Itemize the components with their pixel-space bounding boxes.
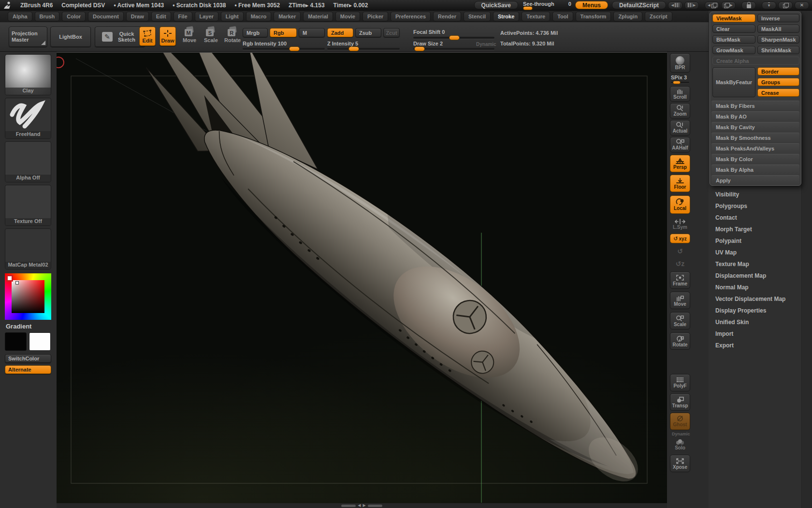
z-intensity-slider[interactable] [327,48,400,50]
move-gyro-button[interactable]: M Move [183,28,196,43]
spix-slider[interactable] [671,82,689,83]
sv-square[interactable] [12,280,44,313]
mask-by-feature-button[interactable]: MaskByFeatur [712,67,755,97]
section-vector-displacement-map[interactable]: Vector Displacement Map [715,296,785,302]
menu-stencil[interactable]: Stencil [464,12,491,21]
section-texture-map[interactable]: Texture Map [715,261,749,268]
menu-zscript[interactable]: Zscript [645,12,672,21]
next-document-icon[interactable]: ▶ [721,1,736,9]
menu-stroke[interactable]: Stroke [493,12,519,21]
xyz-button[interactable]: ↺ xyz [670,234,690,243]
lightbox-button[interactable]: LightBox [50,27,91,47]
inverse-button[interactable]: Inverse [757,14,799,22]
mask-by-alpha-button[interactable]: Mask By Alpha [711,164,799,174]
frame-button[interactable]: Frame [670,271,690,289]
canvas-scrollbar[interactable]: ◀ ▶ [57,503,667,508]
minimize-icon[interactable]: ▾ [762,1,776,9]
menu-material[interactable]: Material [303,12,333,21]
solo-button[interactable]: Solo [670,437,690,452]
zcut-button[interactable]: Zcut [383,28,400,37]
groups-button[interactable]: Groups [757,78,799,86]
focal-shift-handle[interactable] [449,35,460,40]
move-button[interactable]: Move [670,292,690,309]
menu-macro[interactable]: Macro [246,12,271,21]
spin-icon[interactable]: ↺ [670,245,690,257]
document-canvas[interactable] [57,52,667,503]
section-contact[interactable]: Contact [715,214,737,221]
left-tray-toggle-icon[interactable]: ◀ [668,1,682,9]
scale-button[interactable]: Scale [670,312,690,329]
projection-master-button[interactable]: Projection Master [9,27,47,47]
scroll-right-icon[interactable]: ▶ [363,504,366,508]
menu-document[interactable]: Document [88,12,124,21]
scroll-left-icon[interactable]: ◀ [358,504,361,508]
menu-color[interactable]: Color [62,12,86,21]
menu-draw[interactable]: Draw [126,12,149,21]
quick-sketch-button[interactable]: ✎ Quick Sketch [95,27,145,47]
mask-by-fibers-button[interactable]: Mask By Fibers [711,101,799,110]
menu-zplugin[interactable]: Zplugin [613,12,642,21]
section-uv-map[interactable]: UV Map [715,249,737,256]
sharpenmask-button[interactable]: SharpenMask [757,35,799,44]
close-icon[interactable]: ✕ [795,1,809,9]
scrollbar-thumb-right[interactable] [368,505,382,507]
mask-by-color-button[interactable]: Mask By Color [711,154,799,164]
menu-edit[interactable]: Edit [151,12,171,21]
mask-by-smoothness-button[interactable]: Mask By Smoothness [711,133,799,142]
draw-size-slider[interactable] [413,48,494,50]
current-material-thumbnail[interactable]: MatCap Metal02 [5,228,51,269]
section-polypaint[interactable]: Polypaint [715,238,741,244]
growmask-button[interactable]: GrowMask [712,46,755,54]
alternate-button[interactable]: Alternate [5,365,51,374]
quicksave-button[interactable]: QuickSave [474,1,518,9]
lock-icon[interactable] [741,1,756,9]
rgb-button[interactable]: Rgb [270,28,297,37]
restore-icon[interactable] [778,1,793,9]
xpose-button[interactable]: Xpose [670,455,690,472]
persp-button[interactable]: Persp [670,155,690,172]
lsym-button[interactable]: L.Sym [670,217,690,231]
section-displacement-map[interactable]: Displacement Map [715,272,766,279]
mask-by-cavity-button[interactable]: Mask By Cavity [711,122,799,132]
scrollbar-thumb-left[interactable] [341,505,356,507]
section-unified-skin[interactable]: Unified Skin [715,319,749,326]
bpr-button[interactable]: BPR [670,53,690,73]
m-button[interactable]: M [299,28,325,37]
menus-button[interactable]: Menus [575,1,608,9]
current-brush-thumbnail[interactable]: Clay [5,54,51,95]
zadd-button[interactable]: Zadd [327,28,353,37]
viewmask-button[interactable]: ViewMask [712,14,755,22]
sculpt-model[interactable] [91,53,667,504]
menu-picker[interactable]: Picker [362,12,388,21]
section-normal-map[interactable]: Normal Map [715,284,749,291]
clear-button[interactable]: Clear [712,25,755,33]
rotate-button[interactable]: Rotate [670,332,690,350]
see-through-handle[interactable] [523,6,533,10]
gradient-label[interactable]: Gradient [6,323,31,330]
menu-brush[interactable]: Brush [35,12,60,21]
zsub-button[interactable]: Zsub [355,28,381,37]
spix-handle[interactable] [673,81,681,84]
polyf-button[interactable]: PolyF [670,374,690,391]
floor-button[interactable]: Floor [670,175,690,192]
secondary-color-swatch[interactable] [29,332,51,351]
border-button[interactable]: Border [757,67,799,75]
mrgb-button[interactable]: Mrgb [243,28,268,37]
sv-cursor[interactable] [15,281,19,284]
maskall-button[interactable]: MaskAll [757,25,799,33]
section-import[interactable]: Import [715,330,733,337]
rgb-intensity-slider[interactable] [243,48,325,50]
scroll-button[interactable]: Scroll [670,86,690,102]
dynamic-mode-label[interactable]: Dynamic [476,42,496,47]
scale-gyro-button[interactable]: S Scale [204,28,218,43]
menu-preferences[interactable]: Preferences [391,12,431,21]
current-texture-thumbnail[interactable]: Texture Off [5,185,51,226]
spin-z-icon[interactable]: ↺z [670,258,690,269]
menu-movie[interactable]: Movie [335,12,360,21]
right-tray-toggle-icon[interactable]: ▶ [684,1,699,9]
apply-button[interactable]: Apply [711,175,799,185]
section-polygroups[interactable]: Polygroups [715,203,747,209]
actual-button[interactable]: Actual [670,120,690,135]
menu-render[interactable]: Render [433,12,461,21]
section-morph-target[interactable]: Morph Target [715,226,752,233]
